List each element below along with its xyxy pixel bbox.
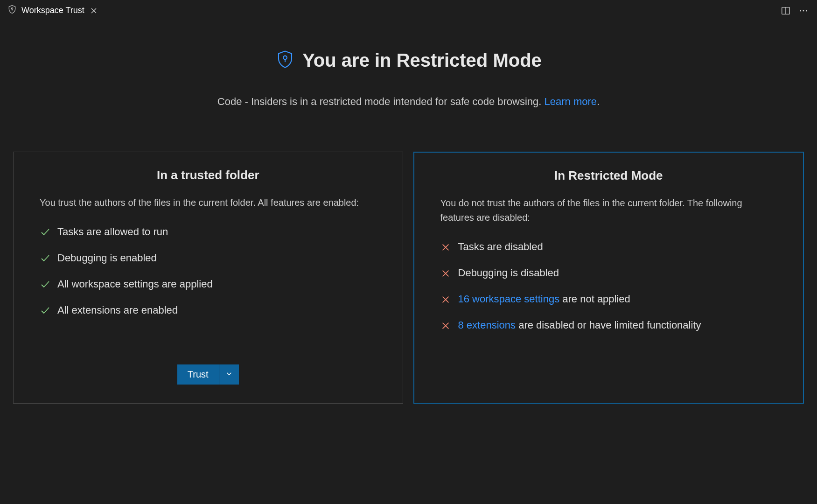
content-area: You are in Restricted Mode Code - Inside… (0, 21, 817, 415)
workspace-settings-link[interactable]: 16 workspace settings (458, 293, 560, 305)
title-row: You are in Restricted Mode (11, 49, 806, 71)
card-title: In Restricted Mode (440, 168, 777, 183)
card-description: You do not trust the authors of the file… (440, 196, 777, 225)
editor-actions (781, 6, 817, 16)
trust-dropdown-button[interactable] (219, 364, 239, 385)
list-item: Tasks are disabled (440, 239, 777, 255)
extensions-suffix: are disabled or have limited functionali… (516, 319, 701, 331)
svg-point-5 (806, 10, 807, 11)
shield-icon (275, 49, 295, 71)
shield-icon (7, 5, 17, 16)
feature-text: Tasks are disabled (458, 239, 777, 255)
restricted-mode-card: In Restricted Mode You do not trust the … (413, 152, 804, 404)
svg-point-6 (283, 56, 287, 60)
trust-button-group: Trust (177, 364, 239, 385)
feature-text: 8 extensions are disabled or have limite… (458, 317, 777, 333)
card-description: You trust the authors of the files in th… (40, 196, 377, 210)
header-section: You are in Restricted Mode Code - Inside… (11, 49, 806, 110)
svg-point-4 (803, 10, 804, 11)
learn-more-link[interactable]: Learn more (545, 96, 597, 107)
trust-button[interactable]: Trust (177, 364, 219, 385)
svg-point-3 (800, 10, 801, 11)
feature-text: All workspace settings are applied (57, 276, 377, 292)
svg-point-0 (11, 8, 13, 9)
x-icon (440, 294, 452, 305)
chevron-down-icon (225, 370, 233, 379)
subtitle-text: Code - Insiders is in a restricted mode … (217, 96, 545, 107)
x-icon (440, 320, 452, 331)
feature-list: Tasks are allowed to run Debugging is en… (40, 224, 377, 318)
feature-text: Debugging is disabled (458, 265, 777, 281)
feature-text: Tasks are allowed to run (57, 224, 377, 240)
list-item: Tasks are allowed to run (40, 224, 377, 240)
subtitle: Code - Insiders is in a restricted mode … (11, 93, 806, 110)
x-icon (440, 267, 452, 279)
tab-workspace-trust[interactable]: Workspace Trust (0, 0, 106, 21)
trust-button-row: Trust (40, 350, 377, 385)
list-item: Debugging is enabled (40, 250, 377, 266)
trusted-folder-card: In a trusted folder You trust the author… (13, 152, 403, 404)
settings-suffix: are not applied (559, 293, 630, 305)
list-item: 16 workspace settings are not applied (440, 291, 777, 307)
card-title: In a trusted folder (40, 168, 377, 182)
cards-container: In a trusted folder You trust the author… (11, 152, 806, 404)
extensions-link[interactable]: 8 extensions (458, 319, 516, 331)
tab-bar: Workspace Trust (0, 0, 817, 21)
page-title: You are in Restricted Mode (302, 50, 542, 71)
check-icon (40, 305, 51, 316)
more-actions-icon[interactable] (798, 6, 809, 16)
tab-title: Workspace Trust (21, 6, 84, 15)
x-icon (440, 241, 452, 252)
feature-text: 16 workspace settings are not applied (458, 291, 777, 307)
feature-text: Debugging is enabled (57, 250, 377, 266)
subtitle-suffix: . (597, 96, 600, 107)
check-icon (40, 252, 51, 264)
feature-list: Tasks are disabled Debugging is disabled… (440, 239, 777, 333)
close-icon[interactable] (89, 6, 98, 15)
list-item: All workspace settings are applied (40, 276, 377, 292)
feature-text: All extensions are enabled (57, 302, 377, 318)
list-item: All extensions are enabled (40, 302, 377, 318)
check-icon (40, 279, 51, 290)
check-icon (40, 226, 51, 238)
list-item: 8 extensions are disabled or have limite… (440, 317, 777, 333)
list-item: Debugging is disabled (440, 265, 777, 281)
split-editor-icon[interactable] (781, 6, 791, 16)
